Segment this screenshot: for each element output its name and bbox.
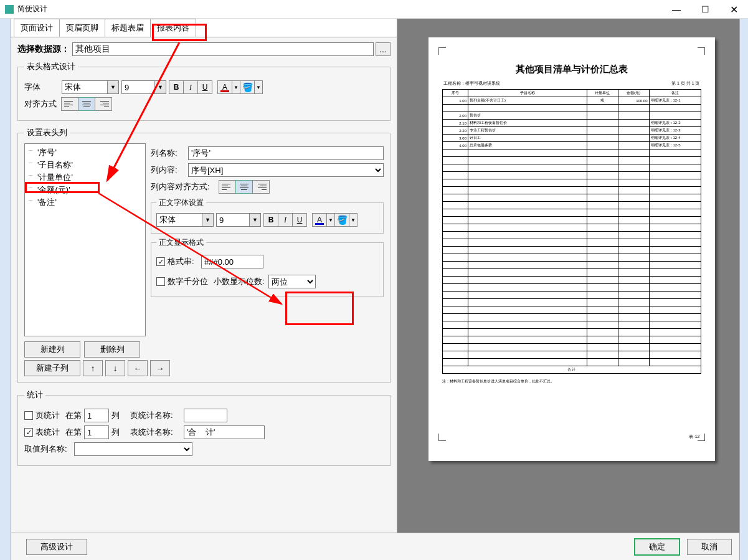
new-column-button[interactable]: 新建列 [24,341,80,358]
table-row [442,262,701,269]
preview-th: 备注 [649,90,701,97]
window-title: 简便设计 [17,4,47,14]
table-stat-col-input[interactable] [84,425,109,439]
tab-page-design[interactable]: 页面设计 [14,19,60,37]
corner-tl [438,47,446,55]
table-row [442,292,701,299]
italic-button[interactable]: I [183,80,198,94]
advanced-design-button[interactable]: 高级设计 [26,539,87,555]
table-row [442,164,701,172]
page-stat-name-input[interactable] [184,409,227,422]
data-source-label: 选择数据源： [17,44,70,55]
table-stat-checkbox[interactable]: ✓ [24,428,33,437]
header-color-buttons: A ▼ 🪣 ▼ [217,80,263,94]
preview-project-label: 工程名称：楼宇可视对讲系统 [443,80,500,87]
tree-item-name[interactable]: '子目名称' [26,159,144,171]
tree-item-unit[interactable]: '计量单位' [26,171,144,184]
table-row [442,321,701,329]
font-size-combo[interactable]: ▼ [121,80,166,94]
table-stat-label: 表统计 [36,427,65,438]
body-font-color-dropdown-button[interactable]: ▼ [326,213,335,227]
col-align-center-button[interactable] [235,180,253,194]
table-row: 1.00暂列金额(不含计日工)项100.00明细详见表：12-1 [442,97,701,105]
body-font-family-dropdown-button[interactable]: ▼ [202,214,213,226]
fill-color-button[interactable]: 🪣 [240,80,255,94]
bold-button[interactable]: B [169,80,184,94]
body-fill-color-dropdown-button[interactable]: ▼ [349,213,357,227]
table-stat-name-input[interactable] [184,425,265,439]
data-source-input[interactable] [72,42,374,56]
preview-th: 计量单位 [587,90,618,97]
close-button[interactable]: ✕ [719,0,748,19]
preview-th: 序号 [442,90,468,97]
header-columns-legend: 设置表头列 [24,127,70,138]
new-subcolumn-button[interactable]: 新建子列 [24,360,80,376]
col-content-select[interactable]: 序号[XH] [188,163,384,177]
table-row [442,105,701,112]
align-right-button[interactable] [95,97,112,111]
maximize-button[interactable]: ☐ [691,0,719,19]
body-font-style-buttons: B I U [263,213,307,227]
tab-header-footer[interactable]: 页眉页脚 [59,19,105,37]
body-font-color-button[interactable]: A [312,213,327,227]
ok-button[interactable]: 确定 [635,539,679,555]
page-stat-col-input[interactable] [84,409,109,422]
body-color-buttons: A ▼ 🪣 ▼ [312,213,357,227]
body-font-size-dropdown-button[interactable]: ▼ [249,214,260,226]
body-font-family-input[interactable] [157,214,202,226]
data-source-browse-button[interactable]: … [376,42,391,56]
tree-item-remark[interactable]: '备注' [26,196,144,209]
body-bold-button[interactable]: B [263,213,278,227]
delete-column-button[interactable]: 删除列 [84,341,140,358]
body-fill-color-button[interactable]: 🪣 [334,213,349,227]
body-font-legend: 正文字体设置 [156,197,206,208]
value-col-select[interactable] [74,442,192,456]
preview-foot: 合 计 [442,366,701,374]
underline-button[interactable]: U [197,80,212,94]
align-left-button[interactable] [61,97,78,111]
col-align-group [219,180,270,194]
tree-item-xuhao[interactable]: '序号' [26,146,144,159]
body-font-size-combo[interactable]: ▼ [216,213,261,227]
tab-report-content[interactable]: 报表内容 [150,19,196,37]
font-size-input[interactable] [122,81,154,93]
page-stat-checkbox[interactable] [24,411,33,420]
format-str-input[interactable] [201,255,263,268]
table-row [442,179,701,187]
col-align-left-button[interactable] [219,180,236,194]
font-family-combo[interactable]: ▼ [62,80,119,94]
table-row [442,172,701,179]
table-row [442,336,701,344]
col-name-input[interactable] [188,146,384,160]
format-str-label: 格式串: [168,256,201,267]
font-color-dropdown-button[interactable]: ▼ [232,80,240,94]
body-font-family-combo[interactable]: ▼ [156,213,214,227]
table-row [442,209,701,217]
body-underline-button[interactable]: U [292,213,307,227]
body-font-size-input[interactable] [217,214,249,226]
move-down-button[interactable]: ↓ [105,360,125,376]
tab-title-header[interactable]: 标题表眉 [105,19,151,37]
format-str-checkbox[interactable]: ✓ [156,257,165,266]
cancel-button[interactable]: 取消 [687,539,732,555]
col-align-right-button[interactable] [252,180,270,194]
move-left-button[interactable]: ← [128,360,148,376]
font-family-dropdown-button[interactable]: ▼ [107,81,118,93]
fill-color-dropdown-button[interactable]: ▼ [254,80,263,94]
thousand-sep-checkbox[interactable] [156,277,165,286]
column-tree[interactable]: '序号' '子目名称' '计量单位' '金额(元)' '备注' [24,143,146,336]
preview-th: 子目名称 [468,90,587,97]
font-size-dropdown-button[interactable]: ▼ [154,81,166,93]
col-name-label: 列名称: [151,148,188,159]
at-col-text-2: 在第 [65,427,82,438]
font-color-button[interactable]: A [217,80,232,94]
font-family-input[interactable] [62,81,107,93]
tree-item-amount[interactable]: '金额(元)' [26,184,144,196]
minimize-button[interactable]: — [662,0,691,19]
move-up-button[interactable]: ↑ [83,360,103,376]
align-center-button[interactable] [78,97,95,111]
decimal-select[interactable]: 两位 [268,275,316,288]
body-italic-button[interactable]: I [278,213,293,227]
table-row: 2.20专业工程暂估价明细详见表：12-3 [442,127,701,135]
move-right-button[interactable]: → [150,360,170,376]
